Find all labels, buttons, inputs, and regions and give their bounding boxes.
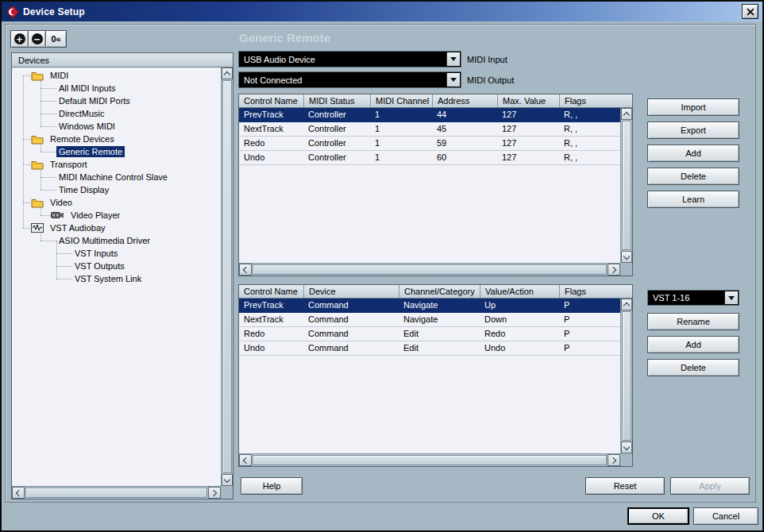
table-row[interactable]: NextTrack Controller 1 45 127 R, , <box>239 122 620 137</box>
table-cell: Undo <box>480 341 559 355</box>
column-header: Flags <box>559 94 632 107</box>
reset-button[interactable]: Reset <box>585 477 665 495</box>
midi-input-select[interactable]: USB Audio Device <box>238 51 461 67</box>
tree-item-transport[interactable]: Transport <box>12 158 221 171</box>
upper-table-horizontal-scrollbar[interactable] <box>239 263 620 276</box>
tree-item-midi[interactable]: MIDI <box>12 69 221 82</box>
scrollbar-thumb[interactable] <box>253 264 607 275</box>
tree-item-directmusic[interactable]: DirectMusic <box>12 107 221 120</box>
table-row[interactable]: Redo Command Edit Redo P <box>239 327 620 341</box>
scrollbar-track[interactable] <box>252 454 608 466</box>
tree-item-vst-inputs[interactable]: VST Inputs <box>12 247 221 260</box>
table-row[interactable]: Undo Command Edit Undo P <box>239 341 620 356</box>
tree-item-vst-audiobay[interactable]: VST Audiobay <box>12 222 221 234</box>
export-button[interactable]: Export <box>647 121 739 139</box>
import-button[interactable]: Import <box>647 98 739 116</box>
table-row[interactable]: NextTrack Command Navigate Down P <box>239 313 620 327</box>
tree-item-remote-devices[interactable]: Remote Devices <box>12 133 221 145</box>
cancel-button[interactable]: Cancel <box>693 507 758 525</box>
add-bank-button[interactable]: Add <box>647 336 739 353</box>
tree-item-midi-machine-control-slave[interactable]: MIDI Machine Control Slave <box>12 171 221 183</box>
scroll-down-button[interactable] <box>621 251 632 263</box>
scroll-up-button[interactable] <box>621 108 632 120</box>
tree-item-default-midi-ports[interactable]: Default MIDI Ports <box>12 94 221 107</box>
tree-item-time-display[interactable]: Time Display <box>12 183 221 196</box>
table-cell: Redo <box>239 137 303 150</box>
scrollbar-thumb[interactable] <box>222 80 232 473</box>
ok-button[interactable]: OK <box>627 507 689 525</box>
scrollbar-thumb[interactable] <box>622 121 631 250</box>
table-cell: Controller <box>303 137 370 150</box>
upper-table: Control Name MIDI Status MIDI Channel Ad… <box>238 94 633 276</box>
dropdown-arrow-button[interactable] <box>446 73 460 87</box>
scroll-down-button[interactable] <box>621 441 632 453</box>
folder-icon <box>31 160 44 170</box>
upper-table-vertical-scrollbar[interactable] <box>620 108 632 263</box>
midi-input-value: USB Audio Device <box>244 55 315 64</box>
learn-button[interactable]: Learn <box>647 191 739 208</box>
help-button[interactable]: Help <box>241 477 303 495</box>
table-row[interactable]: Undo Controller 1 60 127 R, , <box>239 151 620 165</box>
scrollbar-thumb[interactable] <box>25 488 207 498</box>
scroll-down-button[interactable] <box>222 474 233 486</box>
tree-item-video-player[interactable]: Video Player <box>12 209 221 222</box>
table-row[interactable]: PrevTrack Command Navigate Up P <box>239 299 620 313</box>
scrollbar-thumb[interactable] <box>622 311 631 441</box>
table-row[interactable]: PrevTrack Controller 1 44 127 R, , <box>239 108 620 122</box>
midi-output-select[interactable]: Not Connected <box>238 71 461 88</box>
delete-bank-button[interactable]: Delete <box>647 359 739 376</box>
chevron-left-icon <box>243 457 249 463</box>
lower-table-vertical-scrollbar[interactable] <box>620 299 632 453</box>
scroll-left-button[interactable] <box>239 454 252 466</box>
titlebar[interactable]: Device Setup <box>2 2 762 21</box>
table-row[interactable]: Redo Controller 1 59 127 R, , <box>239 137 620 151</box>
devices-header: Devices <box>12 53 233 67</box>
chevron-down-icon <box>623 253 630 259</box>
bank-select[interactable]: VST 1-16 <box>647 290 739 306</box>
add-button[interactable]: Add <box>647 145 739 162</box>
bank-select-value: VST 1-16 <box>653 293 689 303</box>
table-cell: Command <box>303 313 399 326</box>
scroll-right-button[interactable] <box>608 454 620 466</box>
scroll-right-button[interactable] <box>608 264 620 276</box>
reset-view-label: 0« <box>51 34 60 44</box>
column-header: MIDI Status <box>303 94 370 107</box>
chevron-down-icon <box>728 296 735 300</box>
scrollbar-thumb[interactable] <box>253 455 607 465</box>
devices-horizontal-scrollbar[interactable] <box>12 486 221 499</box>
folder-icon <box>31 198 44 208</box>
scroll-up-button[interactable] <box>222 67 233 79</box>
tree-item-vst-outputs[interactable]: VST Outputs <box>12 260 221 272</box>
table-cell: R, , <box>559 122 620 136</box>
rename-bank-button[interactable]: Rename <box>647 313 739 330</box>
scrollbar-track[interactable] <box>621 120 632 251</box>
tree-item-all-midi-inputs[interactable]: All MIDI Inputs <box>12 82 221 94</box>
dropdown-arrow-button[interactable] <box>446 52 460 66</box>
tree-item-generic-remote[interactable]: Generic Remote <box>12 145 221 158</box>
scrollbar-track[interactable] <box>222 79 233 474</box>
tree-item-asio-multimedia-driver[interactable]: ASIO Multimedia Driver <box>12 234 221 247</box>
table-cell: Edit <box>399 327 480 341</box>
remove-device-button[interactable]: − <box>28 30 46 48</box>
delete-button[interactable]: Delete <box>647 168 739 185</box>
add-device-button[interactable]: + <box>10 30 29 48</box>
scroll-right-button[interactable] <box>208 487 221 499</box>
scrollbar-track[interactable] <box>621 310 632 441</box>
devices-vertical-scrollbar[interactable] <box>221 67 233 486</box>
scrollbar-track[interactable] <box>252 264 608 276</box>
column-header: Channel/Category <box>399 285 480 298</box>
folder-icon <box>31 134 44 145</box>
scrollbar-track[interactable] <box>25 487 208 499</box>
tree-item-video[interactable]: Video <box>12 196 221 209</box>
scroll-left-button[interactable] <box>239 264 252 276</box>
scroll-up-button[interactable] <box>621 299 632 310</box>
tree-item-vst-system-link[interactable]: VST System Link <box>12 272 221 285</box>
scroll-left-button[interactable] <box>12 487 25 499</box>
dropdown-arrow-button[interactable] <box>724 291 738 304</box>
midi-output-label: MIDI Output <box>467 71 514 88</box>
tree-item-windows-midi[interactable]: Windows MIDI <box>12 120 221 133</box>
reset-view-button[interactable]: 0« <box>45 30 67 48</box>
table-cell: Controller <box>303 151 370 164</box>
lower-table-horizontal-scrollbar[interactable] <box>239 453 620 466</box>
close-button[interactable] <box>742 4 758 19</box>
